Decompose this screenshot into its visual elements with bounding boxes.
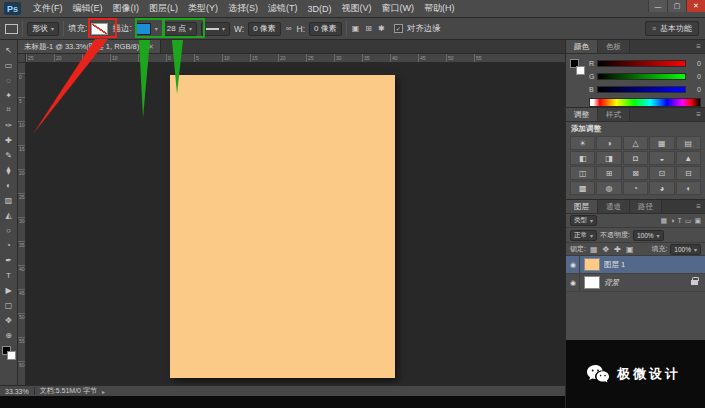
healing-brush-tool[interactable]: ✚ xyxy=(1,133,17,147)
brush-tool[interactable]: ✎ xyxy=(1,148,17,162)
tab-close-icon[interactable]: ✕ xyxy=(148,43,154,51)
tab-styles[interactable]: 样式 xyxy=(598,108,630,121)
vertical-ruler-scale[interactable]: 0 5 10 15 20 25 30 35 40 45 50 55 60 xyxy=(18,63,26,385)
style-icon[interactable]: ◖ xyxy=(676,181,701,195)
ruler-corner[interactable] xyxy=(18,54,26,62)
hand-tool[interactable]: ✥ xyxy=(1,313,17,327)
visibility-eye-icon[interactable]: ◉ xyxy=(570,256,580,273)
fill-opacity-field[interactable]: 100% ▾ xyxy=(670,244,701,255)
menu-file[interactable]: 文件(F) xyxy=(28,2,68,15)
path-operations-icon[interactable]: ▣ xyxy=(351,24,361,33)
blend-mode-dropdown[interactable]: 正常 ▾ xyxy=(570,230,597,241)
close-button[interactable]: ✕ xyxy=(686,0,705,12)
layer-name[interactable]: 图层 1 xyxy=(604,260,625,270)
adjustment-icon[interactable]: ☀ xyxy=(570,136,595,150)
move-tool[interactable]: ↖ xyxy=(1,43,17,57)
layer-filter-dropdown[interactable]: 类型 ▾ xyxy=(570,215,597,226)
canvas-area[interactable] xyxy=(26,63,565,385)
document-canvas[interactable] xyxy=(170,75,395,378)
adjustment-icon[interactable]: ◧ xyxy=(570,151,595,165)
menu-3d[interactable]: 3D(D) xyxy=(303,4,337,14)
shape-tool[interactable]: ▢ xyxy=(1,298,17,312)
lock-all-icon[interactable]: ▣ xyxy=(625,245,635,254)
stroke-color-swatch[interactable] xyxy=(136,23,151,35)
tab-channels[interactable]: 通道 xyxy=(598,200,630,213)
panel-menu-icon[interactable]: ≡ xyxy=(696,108,705,121)
adjustment-icon[interactable]: ▦ xyxy=(649,136,674,150)
zoom-tool[interactable]: ⊕ xyxy=(1,328,17,342)
tab-color[interactable]: 颜色 xyxy=(566,40,598,53)
red-slider[interactable] xyxy=(597,60,686,67)
crop-tool[interactable]: ⌗ xyxy=(1,103,17,117)
lasso-tool[interactable]: ◌ xyxy=(1,73,17,87)
color-spectrum-ramp[interactable] xyxy=(589,98,701,107)
green-slider[interactable] xyxy=(597,73,686,80)
minimize-button[interactable]: — xyxy=(648,0,667,12)
filter-smart-icon[interactable]: ▣ xyxy=(694,217,701,225)
adjustment-icon[interactable]: ◒ xyxy=(649,151,674,165)
status-caret-icon[interactable]: ▸ xyxy=(102,388,105,395)
menu-view[interactable]: 视图(V) xyxy=(337,2,377,15)
chevron-down-icon[interactable]: ▾ xyxy=(155,25,158,32)
style-icon[interactable]: ◫ xyxy=(570,166,595,180)
fill-color-swatch[interactable] xyxy=(91,23,108,35)
style-icon[interactable]: ▩ xyxy=(570,181,595,195)
filter-pixel-icon[interactable]: ▦ xyxy=(661,217,668,225)
tab-paths[interactable]: 路径 xyxy=(630,200,662,213)
style-icon[interactable]: ⊟ xyxy=(676,166,701,180)
pen-tool[interactable]: ✒ xyxy=(1,253,17,267)
blue-value[interactable]: 0 xyxy=(689,86,701,93)
background-chip[interactable] xyxy=(576,66,585,75)
lock-position-icon[interactable]: ✥ xyxy=(602,245,611,254)
eraser-tool[interactable]: ▨ xyxy=(1,193,17,207)
document-tab[interactable]: 未标题-1 @ 33.3%(图层 1, RGB/8)* ✕ xyxy=(18,40,161,53)
background-color-swatch[interactable] xyxy=(7,351,16,360)
blur-tool[interactable]: ○ xyxy=(1,223,17,237)
red-value[interactable]: 0 xyxy=(689,60,701,67)
menu-edit[interactable]: 编辑(E) xyxy=(68,2,108,15)
align-edges-checkbox[interactable]: ✓ xyxy=(394,24,403,33)
panel-menu-icon[interactable]: ≡ xyxy=(696,40,705,53)
filter-type-icon[interactable]: T xyxy=(677,217,681,225)
layer-name[interactable]: 背景 xyxy=(604,278,619,288)
path-selection-tool[interactable]: ▶ xyxy=(1,283,17,297)
style-icon[interactable]: ◕ xyxy=(649,181,674,195)
tab-layers[interactable]: 图层 xyxy=(566,200,598,213)
dodge-tool[interactable]: ◔ xyxy=(1,238,17,252)
height-field[interactable]: 0 像素 xyxy=(309,22,342,36)
menu-filter[interactable]: 滤镜(T) xyxy=(263,2,303,15)
visibility-eye-icon[interactable]: ◉ xyxy=(570,274,580,291)
opacity-field[interactable]: 100% ▾ xyxy=(633,230,664,241)
style-icon[interactable]: ⊠ xyxy=(623,166,648,180)
menu-type[interactable]: 类型(Y) xyxy=(183,2,223,15)
menu-window[interactable]: 窗口(W) xyxy=(377,2,420,15)
adjustment-icon[interactable]: ◨ xyxy=(596,151,621,165)
path-arrange-icon[interactable]: ✱ xyxy=(377,24,386,33)
lock-pixels-icon[interactable]: ✚ xyxy=(613,245,622,254)
menu-help[interactable]: 帮助(H) xyxy=(419,2,460,15)
layer-row-background[interactable]: ◉ 背景 xyxy=(566,274,705,292)
tool-mode-dropdown[interactable]: 形状 ▾ xyxy=(27,22,59,36)
zoom-level-field[interactable]: 33.33% xyxy=(5,388,29,395)
horizontal-ruler-scale[interactable]: 25 20 15 10 5 0 5 10 15 20 25 30 35 40 4… xyxy=(26,54,565,62)
tab-adjustments[interactable]: 调整 xyxy=(566,108,598,121)
panel-menu-icon[interactable]: ≡ xyxy=(696,200,705,213)
stroke-width-field[interactable]: 28 点 ▾ xyxy=(162,22,197,36)
style-icon[interactable]: ⊡ xyxy=(649,166,674,180)
layer-thumbnail[interactable] xyxy=(584,276,600,289)
gradient-tool[interactable]: ◭ xyxy=(1,208,17,222)
adjustment-icon[interactable]: ◘ xyxy=(623,151,648,165)
maximize-button[interactable]: ▢ xyxy=(667,0,686,12)
adjustment-icon[interactable]: △ xyxy=(623,136,648,150)
lock-transparency-icon[interactable]: ▦ xyxy=(589,245,599,254)
filter-shape-icon[interactable]: ▭ xyxy=(685,217,692,225)
eyedropper-tool[interactable]: ✑ xyxy=(1,118,17,132)
menu-layer[interactable]: 图层(L) xyxy=(144,2,183,15)
style-icon[interactable]: ◍ xyxy=(596,181,621,195)
width-field[interactable]: 0 像素 xyxy=(248,22,281,36)
clone-stamp-tool[interactable]: ⧫ xyxy=(1,163,17,177)
path-alignment-icon[interactable]: ⊞ xyxy=(364,24,373,33)
adjustment-icon[interactable]: ▤ xyxy=(676,136,701,150)
link-dimensions-icon[interactable]: ∞ xyxy=(285,24,293,33)
green-value[interactable]: 0 xyxy=(689,73,701,80)
